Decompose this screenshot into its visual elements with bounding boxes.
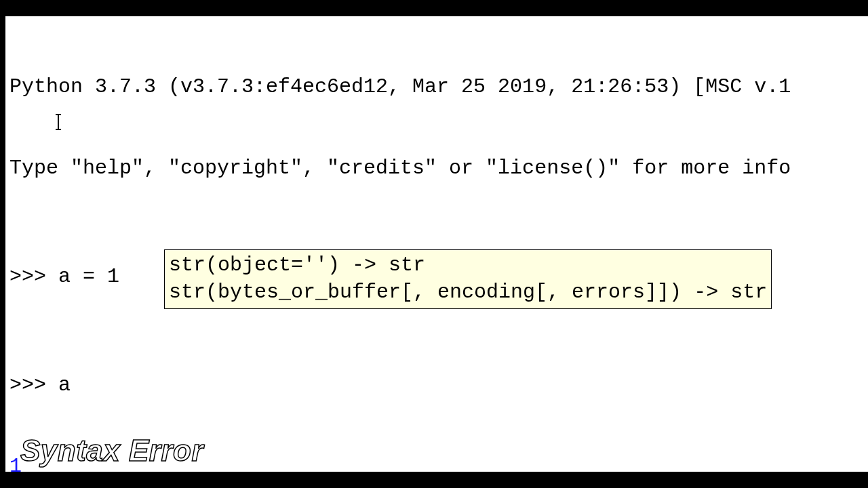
watermark-text: Syntax Error [20,434,203,468]
calltip-line: str(object='') -> str [169,251,767,279]
python-idle-shell[interactable]: Python 3.7.3 (v3.7.3:ef4ec6ed12, Mar 25 … [5,16,868,472]
input-code: a = 1 [58,265,119,288]
mouse-ibeam-cursor [58,115,59,129]
input-code: a [58,373,71,396]
banner-line-2: Type "help", "copyright", "credits" or "… [9,155,864,182]
banner-line-1: Python 3.7.3 (v3.7.3:ef4ec6ed12, Mar 25 … [9,73,864,100]
repl-line: >>> a [9,371,864,399]
calltip-line: str(bytes_or_buffer[, encoding[, errors]… [169,279,767,306]
prompt: >>> [9,265,58,288]
calltip-popup: str(object='') -> str str(bytes_or_buffe… [164,249,772,309]
prompt: >>> [9,373,58,396]
